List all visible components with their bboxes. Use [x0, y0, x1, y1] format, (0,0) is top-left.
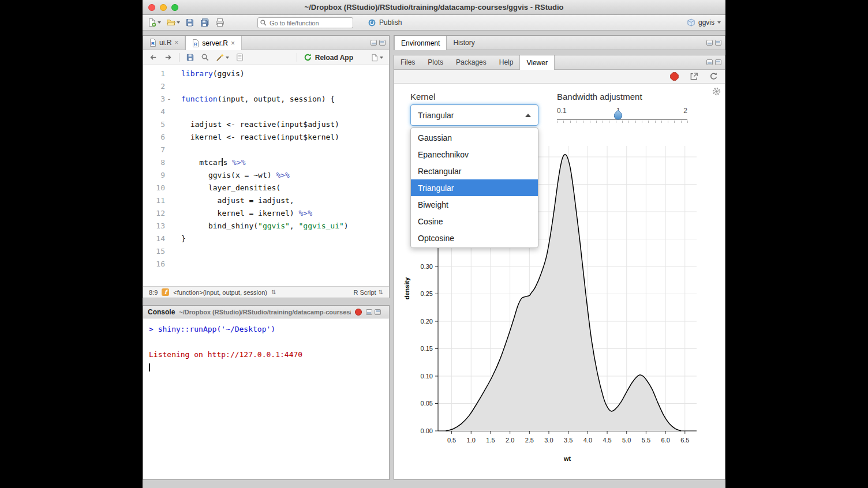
environment-pane: EnvironmentHistory — [394, 35, 725, 50]
kernel-option-epanechnikov[interactable]: Epanechnikov — [411, 146, 538, 163]
slider-tick — [557, 121, 558, 123]
tab-label: Viewer — [526, 59, 547, 67]
maximize-pane-icon[interactable] — [715, 40, 721, 46]
publish-button[interactable]: Publish — [368, 18, 402, 27]
code-line — [181, 258, 389, 271]
print-button[interactable] — [215, 18, 225, 27]
svg-text:1.5: 1.5 — [486, 437, 495, 444]
close-window-button[interactable] — [148, 4, 155, 11]
save-all-button[interactable] — [200, 18, 210, 27]
bandwidth-slider[interactable]: 0.1 1 2 — [557, 107, 687, 131]
new-file-icon — [147, 18, 156, 27]
svg-text:5.5: 5.5 — [642, 437, 650, 444]
new-file-button[interactable] — [147, 18, 161, 27]
project-icon — [687, 18, 695, 27]
line-number: 4 — [143, 106, 165, 118]
gear-icon[interactable] — [712, 87, 721, 96]
kernel-option-cosine[interactable]: Cosine — [411, 213, 538, 230]
fold-marker-icon[interactable]: - — [167, 93, 171, 106]
console-cursor — [149, 363, 150, 371]
minimize-pane-icon[interactable] — [706, 40, 713, 46]
save-icon[interactable] — [186, 53, 194, 62]
code-tools-button[interactable] — [216, 53, 229, 62]
open-in-new-window-icon[interactable] — [690, 72, 698, 81]
stop-icon[interactable] — [355, 309, 362, 316]
slider-tick — [648, 121, 649, 123]
back-icon[interactable] — [149, 53, 158, 62]
publish-icon — [368, 18, 376, 27]
slider-tick — [622, 121, 623, 123]
source-tabbar: Rui.R×Rserver.R× — [143, 36, 389, 50]
kernel-option-triangular[interactable]: Triangular — [411, 179, 538, 196]
console-output[interactable]: > shiny::runApp('~/Desktop')Listening on… — [143, 318, 389, 479]
svg-text:0.30: 0.30 — [421, 263, 433, 270]
magic-wand-icon — [216, 53, 225, 62]
line-number: 12 — [143, 207, 165, 220]
svg-text:0.20: 0.20 — [421, 318, 433, 325]
tab-plots[interactable]: Plots — [421, 55, 450, 69]
kernel-option-optcosine[interactable]: Optcosine — [411, 230, 538, 246]
workspace: Rui.R×Rserver.R× — [143, 31, 725, 488]
stop-app-icon[interactable] — [670, 72, 679, 81]
code-line — [181, 245, 389, 258]
slider-handle[interactable] — [614, 110, 623, 120]
code-line: mtcars %>% — [181, 156, 389, 169]
forward-icon[interactable] — [164, 53, 173, 62]
slider-tick — [674, 121, 675, 123]
tab-help[interactable]: Help — [493, 55, 520, 69]
minimize-pane-icon[interactable] — [366, 309, 372, 315]
minimize-pane-icon[interactable] — [706, 59, 713, 65]
scope-label[interactable]: <function>(input, output, session) — [173, 289, 267, 296]
file-type-label[interactable]: R Script — [353, 289, 376, 296]
maximize-pane-icon[interactable] — [379, 40, 386, 46]
close-tab-icon[interactable]: × — [174, 39, 178, 46]
minimize-window-button[interactable] — [160, 4, 167, 11]
reload-app-button[interactable]: Reload App — [304, 53, 353, 62]
svg-text:4.5: 4.5 — [603, 437, 611, 444]
tab-environment[interactable]: Environment — [394, 36, 447, 50]
tab-ui-r[interactable]: Rui.R× — [143, 36, 185, 50]
tab-history[interactable]: History — [447, 36, 481, 50]
line-number: 10 — [143, 182, 165, 194]
goto-file-input[interactable] — [257, 17, 353, 28]
tab-server-r[interactable]: Rserver.R× — [185, 36, 242, 50]
pane-buttons — [371, 36, 389, 50]
caret-down-icon — [380, 57, 383, 59]
svg-text:5.0: 5.0 — [622, 437, 631, 444]
tab-viewer[interactable]: Viewer — [519, 55, 554, 70]
maximize-pane-icon[interactable] — [715, 59, 721, 65]
tab-files[interactable]: Files — [394, 55, 421, 69]
zoom-window-button[interactable] — [171, 4, 178, 11]
editor-statusbar: 8:9 f <function>(input, output, session)… — [143, 286, 389, 298]
slider-tick — [563, 121, 564, 123]
svg-text:0.05: 0.05 — [421, 400, 433, 407]
code-editor[interactable]: 123-45678910111213141516 library(ggvis)f… — [143, 65, 389, 286]
tab-packages[interactable]: Packages — [450, 55, 493, 69]
project-menu-button[interactable]: ggvis — [687, 18, 721, 27]
source-options-button[interactable] — [371, 54, 383, 62]
compile-report-icon[interactable] — [235, 53, 244, 62]
kernel-select[interactable]: Triangular — [410, 104, 538, 126]
kernel-option-biweight[interactable]: Biweight — [411, 196, 538, 213]
caret-up-icon — [525, 114, 531, 117]
code-line — [181, 106, 389, 118]
maximize-pane-icon[interactable] — [375, 309, 381, 315]
code-line: bind_shiny("ggvis", "ggvis_ui") — [181, 220, 389, 232]
kernel-option-rectangular[interactable]: Rectangular — [411, 163, 538, 179]
slider-tick — [590, 121, 590, 123]
find-icon[interactable] — [201, 53, 209, 62]
close-tab-icon[interactable]: × — [231, 40, 235, 47]
slider-tick — [687, 121, 688, 123]
kernel-option-gaussian[interactable]: Gaussian — [411, 129, 538, 146]
refresh-icon[interactable] — [709, 72, 718, 81]
kernel-label: Kernel — [410, 92, 435, 102]
caret-down-icon — [226, 57, 229, 59]
line-number: 7 — [143, 144, 165, 156]
window-title: ~/Dropbox (RStudio)/RStudio/training/dat… — [305, 3, 564, 12]
save-button[interactable] — [185, 18, 194, 27]
svg-text:0.15: 0.15 — [421, 345, 433, 352]
minimize-pane-icon[interactable] — [371, 40, 377, 46]
open-file-button[interactable] — [166, 18, 180, 27]
separator — [297, 53, 297, 62]
slider-tick — [655, 121, 656, 123]
